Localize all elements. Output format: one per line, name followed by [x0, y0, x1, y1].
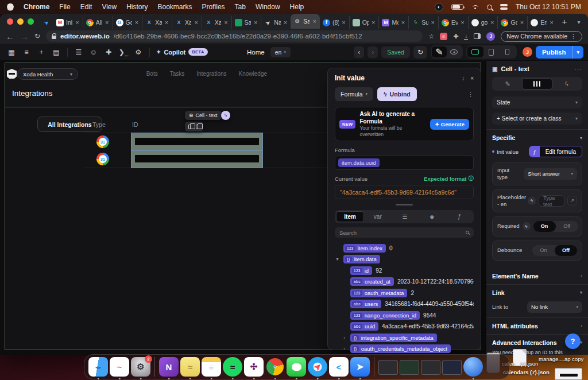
- tree-row[interactable]: 123oauth_metadata2: [335, 287, 474, 298]
- specific-section-header[interactable]: Specific▾: [492, 134, 582, 141]
- tree-row[interactable]: abccreated_at2023-10-12T22:24:18.570796+…: [335, 276, 474, 288]
- input-type-dropdown[interactable]: Short answer▾: [524, 168, 577, 180]
- nav-link-bots[interactable]: Bots: [146, 71, 158, 77]
- tab-close-icon[interactable]: ×: [550, 19, 554, 26]
- browser-tab[interactable]: f(8)×: [320, 16, 349, 29]
- menu-item-help[interactable]: Help: [290, 3, 304, 11]
- menubar-clock[interactable]: Thu Oct 12 10:51 PM: [516, 3, 581, 11]
- control-center-icon[interactable]: [500, 4, 508, 10]
- chevron-right-icon[interactable]: ›: [342, 346, 347, 351]
- tab-close-icon[interactable]: ×: [312, 18, 316, 25]
- placeholder-input[interactable]: Type text: [539, 195, 564, 207]
- tab-search-icon[interactable]: ▾: [572, 19, 586, 25]
- selected-cell-overlay[interactable]: [131, 133, 262, 168]
- menubar-status-app-icon[interactable]: ◐: [435, 3, 443, 11]
- required-on[interactable]: On: [533, 221, 556, 232]
- tab-close-icon[interactable]: ×: [490, 19, 494, 26]
- tab-close-icon[interactable]: ×: [431, 19, 435, 26]
- profile-avatar[interactable]: J: [486, 32, 495, 41]
- settings-gear-icon[interactable]: ⚙: [131, 46, 145, 59]
- plugins-icon[interactable]: ✚: [102, 46, 115, 59]
- browser-tab[interactable]: go×: [468, 16, 498, 29]
- selected-text-block[interactable]: [135, 155, 259, 162]
- tree-row[interactable]: ›{}oauth_credentials_metadata_object: [335, 343, 474, 355]
- workspace-selector[interactable]: Xoda Health ▾: [17, 68, 78, 80]
- browser-tab[interactable]: MMo×: [378, 16, 408, 29]
- tab-close-icon[interactable]: ×: [283, 19, 288, 26]
- tab-close-icon[interactable]: ×: [105, 19, 109, 26]
- browser-tab[interactable]: Op×: [349, 16, 379, 29]
- dock-item-freeform[interactable]: ~: [110, 357, 129, 377]
- bind-plug-icon[interactable]: ϟ: [528, 197, 536, 205]
- users-icon[interactable]: ☺: [87, 46, 100, 59]
- data-field-pill[interactable]: abcuuid: [350, 322, 378, 331]
- required-off[interactable]: Off: [556, 221, 578, 232]
- browser-tab[interactable]: Err×: [527, 16, 557, 29]
- dock-item-blue-app[interactable]: ➤: [350, 357, 370, 377]
- menu-item-window[interactable]: Window: [256, 3, 280, 11]
- browser-tab[interactable]: All×: [83, 16, 113, 29]
- browser-tab[interactable]: Ev×: [438, 16, 468, 29]
- expand-icon[interactable]: ↗: [567, 196, 577, 205]
- undo-button[interactable]: ‹: [354, 46, 364, 58]
- resize-handle[interactable]: [396, 204, 413, 205]
- browser-tab[interactable]: Go×: [497, 16, 527, 29]
- browser-tab[interactable]: ⚙Sar×: [291, 14, 320, 29]
- settings-tab[interactable]: [522, 78, 552, 90]
- nav-link-integrations[interactable]: Integrations: [196, 71, 226, 77]
- expected-format-link[interactable]: Expected format ⓘ: [424, 175, 474, 183]
- reload-button[interactable]: ↻: [34, 32, 40, 40]
- menu-item-view[interactable]: View: [102, 3, 117, 11]
- dock-item-slack[interactable]: ✣: [244, 357, 264, 377]
- debounce-off[interactable]: Off: [555, 245, 577, 256]
- debounce-on[interactable]: On: [532, 245, 555, 256]
- tree-row[interactable]: ›{}integration_specific_metadata: [335, 332, 474, 343]
- chevron-right-icon[interactable]: ›: [342, 335, 347, 340]
- tree-row[interactable]: 123id92: [335, 265, 474, 276]
- adblock-extension-icon[interactable]: ☺: [440, 33, 447, 40]
- browser-tab[interactable]: GGo×: [113, 16, 142, 29]
- window-thumbnail[interactable]: [555, 368, 582, 380]
- dock-item-messages[interactable]: [287, 357, 306, 377]
- tablet-device-button[interactable]: [483, 46, 500, 57]
- back-button[interactable]: ←: [6, 32, 14, 41]
- data-field-pill[interactable]: abcusers: [350, 300, 381, 308]
- menu-item-tab[interactable]: Tab: [235, 3, 246, 11]
- menu-item-profiles[interactable]: Profiles: [202, 3, 225, 11]
- tree-row[interactable]: 123item.index0: [335, 242, 474, 254]
- chevron-down-icon[interactable]: ▾: [335, 257, 340, 262]
- bind-plug-icon[interactable]: ϟ: [523, 222, 531, 230]
- formula-mode-dropdown[interactable]: Formula ▾: [335, 87, 373, 101]
- battery-icon[interactable]: [451, 4, 463, 10]
- current-page-label[interactable]: Home: [247, 49, 265, 56]
- wifi-icon[interactable]: [471, 4, 479, 10]
- move-popup-icon[interactable]: ↕: [462, 75, 465, 82]
- tab-close-icon[interactable]: ×: [134, 19, 139, 26]
- tab-close-icon[interactable]: ×: [520, 19, 524, 26]
- dock-item-notes[interactable]: ≡: [202, 357, 221, 377]
- new-tab-button[interactable]: +: [557, 17, 572, 26]
- browser-tab[interactable]: XXar×: [172, 16, 202, 29]
- pinned-tab[interactable]: ➤: [39, 16, 53, 30]
- forward-button[interactable]: →: [20, 32, 29, 41]
- dock-item-stickies[interactable]: ≈: [180, 357, 200, 377]
- minimize-window-button[interactable]: [17, 18, 24, 25]
- user-avatar[interactable]: J: [523, 47, 532, 57]
- dock-item-finder[interactable]: ⌣: [88, 357, 108, 377]
- bind-plug-button[interactable]: ϟ: [221, 111, 230, 120]
- bookmark-star-icon[interactable]: ☆: [428, 33, 434, 40]
- page-icon[interactable]: ▤: [49, 46, 63, 59]
- data-field-pill[interactable]: {}item.data: [343, 255, 380, 263]
- data-field-pill[interactable]: 123nango_connection_id: [350, 311, 420, 320]
- inspector-menu-icon[interactable]: ···: [574, 65, 582, 72]
- data-field-pill[interactable]: {}oauth_credentials_metadata_object: [350, 344, 451, 353]
- search-input[interactable]: Search: [335, 227, 474, 238]
- language-selector[interactable]: en ▾: [270, 47, 291, 57]
- desktop-device-button[interactable]: [467, 46, 483, 57]
- tab-close-icon[interactable]: ×: [371, 19, 376, 26]
- address-input[interactable]: editor.weweb.io /d6c416eb-29be-4606-bec9…: [46, 30, 423, 42]
- menu-item-chrome[interactable]: Chrome: [24, 3, 49, 11]
- state-dropdown[interactable]: State▾: [492, 96, 582, 108]
- link-section[interactable]: Link▾: [492, 289, 582, 296]
- tab-functions-icon[interactable]: ƒ: [446, 211, 473, 222]
